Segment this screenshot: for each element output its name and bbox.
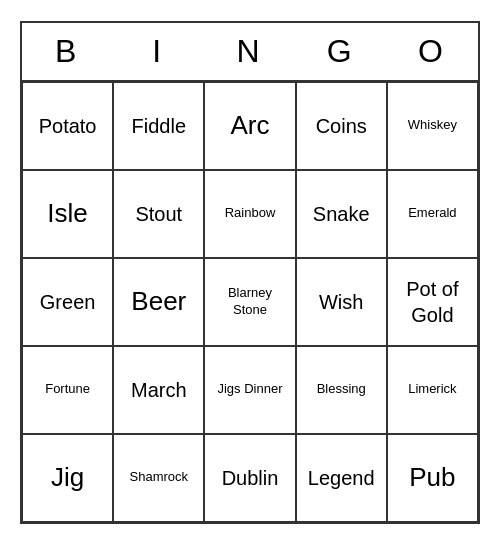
- cell-r0-c1: Fiddle: [113, 82, 204, 170]
- cell-r2-c3: Wish: [296, 258, 387, 346]
- cell-r3-c1: March: [113, 346, 204, 434]
- cell-r2-c1: Beer: [113, 258, 204, 346]
- header-letter: O: [387, 23, 478, 80]
- cell-r0-c0: Potato: [22, 82, 113, 170]
- cell-r3-c2: Jigs Dinner: [204, 346, 295, 434]
- cell-r1-c2: Rainbow: [204, 170, 295, 258]
- cell-r2-c2: Blarney Stone: [204, 258, 295, 346]
- cell-r2-c4: Pot of Gold: [387, 258, 478, 346]
- cell-r4-c2: Dublin: [204, 434, 295, 522]
- cell-r4-c1: Shamrock: [113, 434, 204, 522]
- header-letter: B: [22, 23, 113, 80]
- cell-r0-c2: Arc: [204, 82, 295, 170]
- cell-r1-c1: Stout: [113, 170, 204, 258]
- cell-r3-c0: Fortune: [22, 346, 113, 434]
- cell-r0-c4: Whiskey: [387, 82, 478, 170]
- cell-r2-c0: Green: [22, 258, 113, 346]
- header-letter: I: [113, 23, 204, 80]
- header-letter: N: [204, 23, 295, 80]
- cell-r0-c3: Coins: [296, 82, 387, 170]
- cell-r1-c4: Emerald: [387, 170, 478, 258]
- header-letter: G: [296, 23, 387, 80]
- bingo-grid: PotatoFiddleArcCoinsWhiskeyIsleStoutRain…: [22, 82, 478, 522]
- cell-r1-c0: Isle: [22, 170, 113, 258]
- bingo-card: BINGO PotatoFiddleArcCoinsWhiskeyIsleSto…: [20, 21, 480, 524]
- bingo-header: BINGO: [22, 23, 478, 82]
- cell-r4-c0: Jig: [22, 434, 113, 522]
- cell-r3-c4: Limerick: [387, 346, 478, 434]
- cell-r4-c4: Pub: [387, 434, 478, 522]
- cell-r3-c3: Blessing: [296, 346, 387, 434]
- cell-r1-c3: Snake: [296, 170, 387, 258]
- cell-r4-c3: Legend: [296, 434, 387, 522]
